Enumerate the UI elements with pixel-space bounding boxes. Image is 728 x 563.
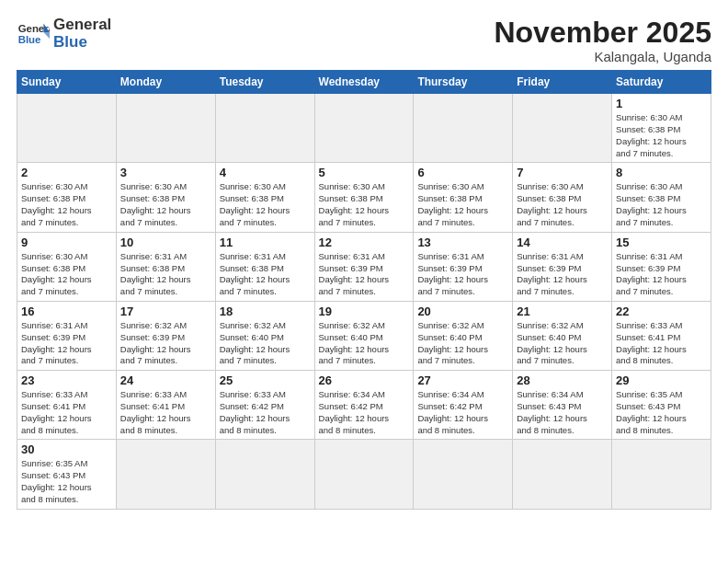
day-number: 29 xyxy=(616,373,707,387)
calendar-day: 26Sunrise: 6:34 AMSunset: 6:42 PMDayligh… xyxy=(314,371,414,440)
day-info: Sunrise: 6:33 AMSunset: 6:41 PMDaylight:… xyxy=(21,389,112,436)
day-number: 30 xyxy=(21,442,112,456)
day-info: Sunrise: 6:31 AMSunset: 6:39 PMDaylight:… xyxy=(319,251,410,298)
month-year: November 2025 xyxy=(494,17,711,49)
day-info: Sunrise: 6:31 AMSunset: 6:39 PMDaylight:… xyxy=(616,251,707,298)
calendar-day: 2Sunrise: 6:30 AMSunset: 6:38 PMDaylight… xyxy=(17,163,117,232)
day-number: 3 xyxy=(120,166,211,179)
calendar-day: 3Sunrise: 6:30 AMSunset: 6:38 PMDaylight… xyxy=(116,163,215,232)
day-number: 15 xyxy=(616,236,707,249)
day-info: Sunrise: 6:33 AMSunset: 6:41 PMDaylight:… xyxy=(120,389,211,436)
calendar-day xyxy=(116,94,215,163)
calendar-day xyxy=(116,440,215,509)
day-number: 20 xyxy=(417,304,508,318)
calendar-week-row: 30Sunrise: 6:35 AMSunset: 6:43 PMDayligh… xyxy=(17,440,711,509)
calendar-day: 14Sunrise: 6:31 AMSunset: 6:39 PMDayligh… xyxy=(513,232,612,301)
calendar-week-row: 16Sunrise: 6:31 AMSunset: 6:39 PMDayligh… xyxy=(17,301,711,370)
day-info: Sunrise: 6:30 AMSunset: 6:38 PMDaylight:… xyxy=(220,181,311,228)
day-info: Sunrise: 6:30 AMSunset: 6:38 PMDaylight:… xyxy=(21,251,112,298)
calendar-day: 13Sunrise: 6:31 AMSunset: 6:39 PMDayligh… xyxy=(414,232,513,301)
page: General Blue General Blue November 2025 … xyxy=(0,0,728,563)
calendar-day: 15Sunrise: 6:31 AMSunset: 6:39 PMDayligh… xyxy=(612,232,711,301)
title-block: November 2025 Kalangala, Uganda xyxy=(494,17,711,64)
day-number: 13 xyxy=(417,236,508,249)
day-number: 22 xyxy=(616,304,707,318)
calendar-day: 12Sunrise: 6:31 AMSunset: 6:39 PMDayligh… xyxy=(314,232,414,301)
calendar-day: 7Sunrise: 6:30 AMSunset: 6:38 PMDaylight… xyxy=(513,163,612,232)
calendar-table: Sunday Monday Tuesday Wednesday Thursday… xyxy=(17,70,711,510)
calendar-day xyxy=(612,440,711,509)
logo-text-block: General Blue xyxy=(53,17,111,51)
calendar-day: 4Sunrise: 6:30 AMSunset: 6:38 PMDaylight… xyxy=(215,163,314,232)
day-number: 12 xyxy=(319,236,410,249)
day-info: Sunrise: 6:30 AMSunset: 6:38 PMDaylight:… xyxy=(21,181,112,228)
calendar-day: 22Sunrise: 6:33 AMSunset: 6:41 PMDayligh… xyxy=(612,301,711,370)
day-number: 21 xyxy=(517,304,608,318)
calendar-week-row: 9Sunrise: 6:30 AMSunset: 6:38 PMDaylight… xyxy=(17,232,711,301)
day-number: 23 xyxy=(21,373,112,387)
calendar-day: 29Sunrise: 6:35 AMSunset: 6:43 PMDayligh… xyxy=(612,371,711,440)
calendar-week-row: 1Sunrise: 6:30 AMSunset: 6:38 PMDaylight… xyxy=(17,94,711,163)
calendar-day: 9Sunrise: 6:30 AMSunset: 6:38 PMDaylight… xyxy=(17,232,117,301)
day-number: 26 xyxy=(319,373,410,387)
day-info: Sunrise: 6:30 AMSunset: 6:38 PMDaylight:… xyxy=(616,112,707,159)
calendar-day: 10Sunrise: 6:31 AMSunset: 6:38 PMDayligh… xyxy=(116,232,215,301)
day-number: 17 xyxy=(120,304,211,318)
day-info: Sunrise: 6:34 AMSunset: 6:43 PMDaylight:… xyxy=(517,389,608,436)
calendar-day: 28Sunrise: 6:34 AMSunset: 6:43 PMDayligh… xyxy=(513,371,612,440)
calendar-week-row: 2Sunrise: 6:30 AMSunset: 6:38 PMDaylight… xyxy=(17,163,711,232)
day-number: 19 xyxy=(319,304,410,318)
calendar-day: 6Sunrise: 6:30 AMSunset: 6:38 PMDaylight… xyxy=(414,163,513,232)
location: Kalangala, Uganda xyxy=(494,49,711,64)
day-info: Sunrise: 6:33 AMSunset: 6:42 PMDaylight:… xyxy=(220,389,311,436)
day-number: 10 xyxy=(120,236,211,249)
day-number: 24 xyxy=(120,373,211,387)
svg-text:Blue: Blue xyxy=(18,34,41,45)
col-friday: Friday xyxy=(513,71,612,94)
calendar-day xyxy=(513,440,612,509)
calendar-day: 18Sunrise: 6:32 AMSunset: 6:40 PMDayligh… xyxy=(215,301,314,370)
day-info: Sunrise: 6:32 AMSunset: 6:40 PMDaylight:… xyxy=(517,320,608,367)
day-info: Sunrise: 6:34 AMSunset: 6:42 PMDaylight:… xyxy=(319,389,410,436)
logo-blue: Blue xyxy=(53,34,111,52)
day-number: 9 xyxy=(21,236,112,249)
calendar-day: 25Sunrise: 6:33 AMSunset: 6:42 PMDayligh… xyxy=(215,371,314,440)
calendar-day: 11Sunrise: 6:31 AMSunset: 6:38 PMDayligh… xyxy=(215,232,314,301)
day-info: Sunrise: 6:34 AMSunset: 6:42 PMDaylight:… xyxy=(417,389,508,436)
calendar-day: 24Sunrise: 6:33 AMSunset: 6:41 PMDayligh… xyxy=(116,371,215,440)
day-number: 2 xyxy=(21,166,112,179)
calendar-day: 8Sunrise: 6:30 AMSunset: 6:38 PMDaylight… xyxy=(612,163,711,232)
day-number: 28 xyxy=(517,373,608,387)
col-thursday: Thursday xyxy=(414,71,513,94)
day-info: Sunrise: 6:31 AMSunset: 6:38 PMDaylight:… xyxy=(120,251,211,298)
logo: General Blue General Blue xyxy=(17,17,111,51)
day-info: Sunrise: 6:31 AMSunset: 6:38 PMDaylight:… xyxy=(220,251,311,298)
col-wednesday: Wednesday xyxy=(314,71,414,94)
header: General Blue General Blue November 2025 … xyxy=(17,17,711,64)
day-number: 6 xyxy=(417,166,508,179)
calendar-day: 16Sunrise: 6:31 AMSunset: 6:39 PMDayligh… xyxy=(17,301,117,370)
day-info: Sunrise: 6:31 AMSunset: 6:39 PMDaylight:… xyxy=(417,251,508,298)
calendar-day xyxy=(215,94,314,163)
day-info: Sunrise: 6:32 AMSunset: 6:40 PMDaylight:… xyxy=(220,320,311,367)
day-number: 27 xyxy=(417,373,508,387)
day-info: Sunrise: 6:32 AMSunset: 6:40 PMDaylight:… xyxy=(319,320,410,367)
day-info: Sunrise: 6:33 AMSunset: 6:41 PMDaylight:… xyxy=(616,320,707,367)
calendar-day: 23Sunrise: 6:33 AMSunset: 6:41 PMDayligh… xyxy=(17,371,117,440)
calendar-day xyxy=(215,440,314,509)
calendar-day: 5Sunrise: 6:30 AMSunset: 6:38 PMDaylight… xyxy=(314,163,414,232)
day-number: 8 xyxy=(616,166,707,179)
day-info: Sunrise: 6:30 AMSunset: 6:38 PMDaylight:… xyxy=(319,181,410,228)
day-info: Sunrise: 6:30 AMSunset: 6:38 PMDaylight:… xyxy=(417,181,508,228)
day-info: Sunrise: 6:30 AMSunset: 6:38 PMDaylight:… xyxy=(517,181,608,228)
col-sunday: Sunday xyxy=(17,71,117,94)
calendar-header-row: Sunday Monday Tuesday Wednesday Thursday… xyxy=(17,71,711,94)
day-number: 18 xyxy=(220,304,311,318)
col-tuesday: Tuesday xyxy=(215,71,314,94)
calendar-day xyxy=(17,94,117,163)
day-number: 5 xyxy=(319,166,410,179)
calendar-week-row: 23Sunrise: 6:33 AMSunset: 6:41 PMDayligh… xyxy=(17,371,711,440)
calendar-day xyxy=(314,94,414,163)
calendar-day xyxy=(314,440,414,509)
calendar-day: 17Sunrise: 6:32 AMSunset: 6:39 PMDayligh… xyxy=(116,301,215,370)
